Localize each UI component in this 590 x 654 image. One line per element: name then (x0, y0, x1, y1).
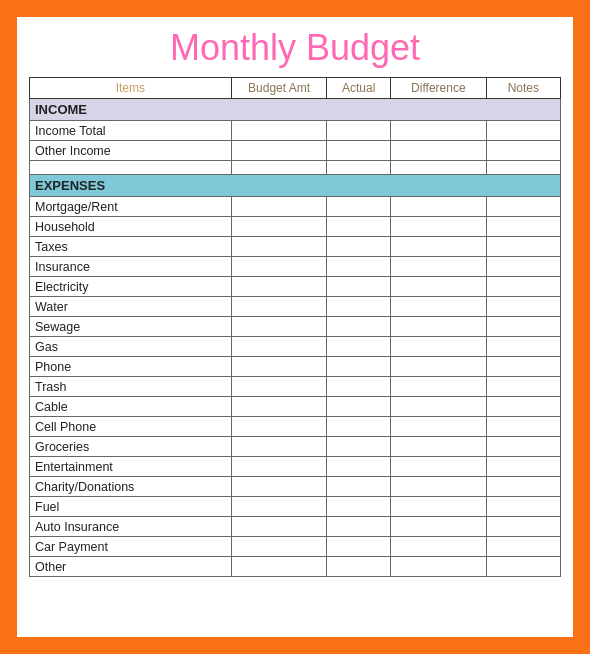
budget-amt-cell[interactable] (231, 437, 327, 457)
actual-cell[interactable] (327, 517, 391, 537)
budget-amt-cell[interactable] (231, 141, 327, 161)
diff-cell[interactable] (391, 337, 487, 357)
budget-amt-cell[interactable] (231, 517, 327, 537)
actual-cell[interactable] (327, 377, 391, 397)
actual-cell[interactable] (327, 237, 391, 257)
header-difference: Difference (391, 78, 487, 99)
budget-amt-cell[interactable] (231, 121, 327, 141)
diff-cell[interactable] (391, 277, 487, 297)
table-row: Sewage (30, 317, 561, 337)
budget-amt-cell[interactable] (231, 417, 327, 437)
table-row: INCOME (30, 99, 561, 121)
notes-cell[interactable] (486, 377, 560, 397)
diff-cell[interactable] (391, 417, 487, 437)
budget-amt-cell[interactable] (231, 277, 327, 297)
diff-cell[interactable] (391, 217, 487, 237)
diff-cell[interactable] (391, 297, 487, 317)
diff-cell[interactable] (391, 257, 487, 277)
notes-cell[interactable] (486, 141, 560, 161)
budget-amt-cell[interactable] (231, 197, 327, 217)
item-label: Electricity (30, 277, 232, 297)
table-row: Gas (30, 337, 561, 357)
notes-cell[interactable] (486, 277, 560, 297)
actual-cell[interactable] (327, 337, 391, 357)
notes-cell[interactable] (486, 477, 560, 497)
actual-cell[interactable] (327, 257, 391, 277)
budget-amt-cell[interactable] (231, 297, 327, 317)
notes-cell[interactable] (486, 197, 560, 217)
notes-cell[interactable] (486, 257, 560, 277)
notes-cell[interactable] (486, 557, 560, 577)
header-budget-amt: Budget Amt (231, 78, 327, 99)
actual-cell[interactable] (327, 141, 391, 161)
notes-cell[interactable] (486, 297, 560, 317)
actual-cell[interactable] (327, 197, 391, 217)
budget-amt-cell[interactable] (231, 337, 327, 357)
actual-cell[interactable] (327, 417, 391, 437)
diff-cell[interactable] (391, 457, 487, 477)
budget-amt-cell[interactable] (231, 557, 327, 577)
notes-cell[interactable] (486, 517, 560, 537)
actual-cell[interactable] (327, 457, 391, 477)
budget-amt-cell[interactable] (231, 497, 327, 517)
notes-cell[interactable] (486, 237, 560, 257)
budget-amt-cell[interactable] (231, 357, 327, 377)
budget-amt-cell[interactable] (231, 397, 327, 417)
page-title: Monthly Budget (29, 27, 561, 69)
notes-cell[interactable] (486, 497, 560, 517)
diff-cell[interactable] (391, 237, 487, 257)
diff-cell[interactable] (391, 437, 487, 457)
item-label: Charity/Donations (30, 477, 232, 497)
budget-amt-cell[interactable] (231, 237, 327, 257)
diff-cell[interactable] (391, 537, 487, 557)
budget-amt-cell[interactable] (231, 257, 327, 277)
notes-cell[interactable] (486, 317, 560, 337)
notes-cell[interactable] (486, 357, 560, 377)
item-label: Gas (30, 337, 232, 357)
actual-cell[interactable] (327, 537, 391, 557)
diff-cell[interactable] (391, 477, 487, 497)
diff-cell[interactable] (391, 357, 487, 377)
diff-cell[interactable] (391, 317, 487, 337)
notes-cell[interactable] (486, 417, 560, 437)
table-header-row: Items Budget Amt Actual Difference Notes (30, 78, 561, 99)
notes-cell[interactable] (486, 217, 560, 237)
budget-amt-cell[interactable] (231, 457, 327, 477)
diff-cell[interactable] (391, 121, 487, 141)
actual-cell[interactable] (327, 217, 391, 237)
budget-amt-cell[interactable] (231, 477, 327, 497)
actual-cell[interactable] (327, 317, 391, 337)
budget-amt-cell[interactable] (231, 217, 327, 237)
table-row: Groceries (30, 437, 561, 457)
item-label: Fuel (30, 497, 232, 517)
notes-cell[interactable] (486, 337, 560, 357)
notes-cell[interactable] (486, 397, 560, 417)
actual-cell[interactable] (327, 397, 391, 417)
diff-cell[interactable] (391, 497, 487, 517)
actual-cell[interactable] (327, 121, 391, 141)
actual-cell[interactable] (327, 277, 391, 297)
diff-cell[interactable] (391, 557, 487, 577)
budget-amt-cell[interactable] (231, 537, 327, 557)
diff-cell[interactable] (391, 517, 487, 537)
actual-cell[interactable] (327, 477, 391, 497)
item-label: Taxes (30, 237, 232, 257)
notes-cell[interactable] (486, 537, 560, 557)
header-actual: Actual (327, 78, 391, 99)
notes-cell[interactable] (486, 457, 560, 477)
budget-amt-cell[interactable] (231, 317, 327, 337)
item-label: Mortgage/Rent (30, 197, 232, 217)
diff-cell[interactable] (391, 397, 487, 417)
diff-cell[interactable] (391, 141, 487, 161)
diff-cell[interactable] (391, 197, 487, 217)
budget-amt-cell[interactable] (231, 377, 327, 397)
actual-cell[interactable] (327, 437, 391, 457)
actual-cell[interactable] (327, 357, 391, 377)
notes-cell[interactable] (486, 437, 560, 457)
notes-cell[interactable] (486, 121, 560, 141)
actual-cell[interactable] (327, 557, 391, 577)
table-row: Car Payment (30, 537, 561, 557)
actual-cell[interactable] (327, 297, 391, 317)
diff-cell[interactable] (391, 377, 487, 397)
actual-cell[interactable] (327, 497, 391, 517)
